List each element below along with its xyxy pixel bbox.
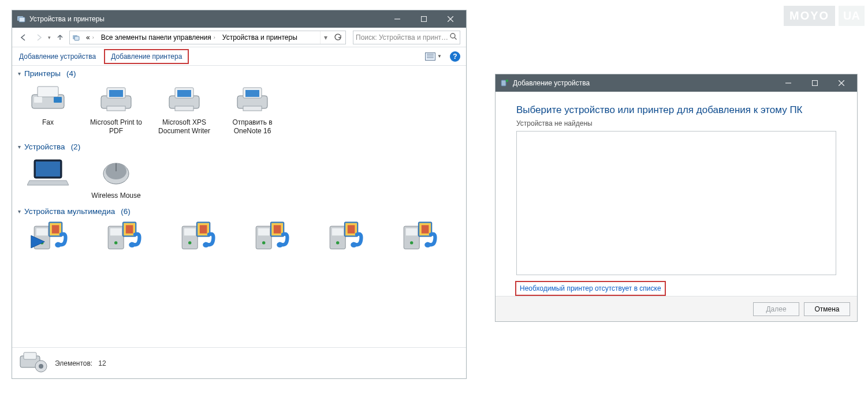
search-icon <box>449 32 457 42</box>
help-button[interactable]: ? <box>450 51 460 62</box>
svg-point-69 <box>424 242 431 247</box>
cancel-button[interactable]: Отмена <box>804 302 850 316</box>
printer-icon <box>163 81 205 117</box>
status-elements-value: 12 <box>98 359 106 367</box>
dialog-close-button[interactable] <box>828 74 855 92</box>
svg-point-54 <box>262 241 265 244</box>
group-count: (4) <box>66 69 76 78</box>
media-renderer-icon <box>30 219 72 255</box>
svg-rect-31 <box>36 162 60 177</box>
svg-point-57 <box>277 242 283 247</box>
device-item[interactable] <box>18 155 78 200</box>
devices-and-printers-window: Устройства и принтеры ▾ «› Все элементы … <box>12 10 467 379</box>
multimedia-grid <box>17 217 466 260</box>
minimize-button[interactable] <box>384 10 411 28</box>
svg-rect-65 <box>406 228 418 236</box>
group-header-devices[interactable]: ▾ Устройства (2) <box>17 139 466 152</box>
nav-up-button[interactable] <box>54 32 66 43</box>
multimedia-item[interactable] <box>388 219 453 256</box>
view-options-button[interactable]: ▼ <box>425 52 442 61</box>
svg-rect-20 <box>109 90 123 97</box>
watermark-ua: UA <box>839 6 865 26</box>
refresh-button[interactable] <box>330 33 345 42</box>
item-label: Wireless Mouse <box>91 192 140 200</box>
address-dropdown[interactable]: ▾ <box>320 31 330 44</box>
breadcrumb-ellipsis[interactable]: «› <box>83 31 98 44</box>
svg-point-66 <box>410 241 413 244</box>
group-title: Устройства мультимедиа <box>24 207 115 216</box>
devices-grid: Wireless Mouse <box>17 152 466 204</box>
svg-rect-35 <box>36 228 48 236</box>
svg-rect-24 <box>177 90 191 97</box>
printer-not-listed-row: Необходимый принтер отсутствует в списке <box>516 275 836 292</box>
add-printer-cmd[interactable]: Добавление принтера <box>105 50 188 63</box>
group-header-multimedia[interactable]: ▾ Устройства мультимедиа (6) <box>17 204 466 217</box>
svg-point-45 <box>129 242 135 247</box>
multimedia-item[interactable] <box>18 219 84 256</box>
status-bar: Элементов: 12 <box>12 347 466 378</box>
maximize-button[interactable] <box>411 10 437 28</box>
dialog-titlebar: Добавление устройства <box>496 74 857 92</box>
add-device-dialog: Добавление устройства Выберите устройств… <box>495 74 858 322</box>
svg-rect-74 <box>501 80 506 86</box>
svg-rect-15 <box>38 87 58 97</box>
multimedia-item[interactable] <box>166 219 232 256</box>
multimedia-item[interactable] <box>314 219 379 256</box>
media-renderer-icon <box>400 219 441 255</box>
item-label: Microsoft Print to PDF <box>86 118 146 136</box>
breadcrumb-seg-devices[interactable]: Устройства и принтеры <box>219 31 301 44</box>
printer-icon <box>232 81 273 117</box>
svg-point-42 <box>114 241 117 244</box>
status-device-thumb-icon <box>18 350 49 376</box>
chevron-down-icon: ▾ <box>18 144 21 150</box>
item-label: Microsoft XPS Document Writer <box>154 118 214 136</box>
content-pane: ▾ Принтеры (4) Fax Microsoft Print to PD… <box>12 66 466 347</box>
svg-rect-17 <box>34 97 42 103</box>
breadcrumb-seg-control-panel[interactable]: Все элементы панели управления› <box>98 31 219 44</box>
device-item[interactable]: Wireless Mouse <box>86 155 146 200</box>
printer-item[interactable]: Microsoft XPS Document Writer <box>154 81 214 136</box>
dialog-minimize-button[interactable] <box>775 74 802 92</box>
svg-rect-21 <box>107 106 125 111</box>
address-bar[interactable]: «› Все элементы панели управления› Устро… <box>69 31 346 44</box>
svg-rect-3 <box>422 17 427 22</box>
media-renderer-icon <box>104 219 146 255</box>
close-button[interactable] <box>437 10 464 28</box>
dialog-maximize-button[interactable] <box>802 74 828 92</box>
group-title: Принтеры <box>24 69 61 78</box>
group-header-printers[interactable]: ▾ Принтеры (4) <box>17 66 466 79</box>
printers-grid: Fax Microsoft Print to PDF Microsoft XPS… <box>17 79 466 139</box>
recent-locations-dropdown[interactable]: ▾ <box>48 35 51 40</box>
dialog-body: Выберите устройство или принтер для доба… <box>496 92 857 296</box>
svg-rect-28 <box>245 90 259 97</box>
mouse-icon <box>95 155 137 190</box>
svg-rect-47 <box>184 228 196 236</box>
printer-item[interactable]: Отправить в OneNote 16 <box>222 81 282 136</box>
nav-forward-button[interactable] <box>33 32 44 43</box>
device-listbox[interactable] <box>516 131 836 275</box>
svg-point-8 <box>450 33 455 38</box>
group-title: Устройства <box>24 142 65 151</box>
printer-not-listed-link[interactable]: Необходимый принтер отсутствует в списке <box>516 282 665 295</box>
svg-rect-7 <box>74 36 79 40</box>
device-small-icon <box>500 78 509 88</box>
printer-item[interactable]: Fax <box>18 81 78 136</box>
multimedia-item[interactable] <box>92 219 158 256</box>
group-count: (6) <box>121 207 131 216</box>
next-button[interactable]: Далее <box>753 302 799 316</box>
svg-rect-10 <box>426 52 435 60</box>
breadcrumb-seg1-label: Все элементы панели управления <box>101 33 211 42</box>
printer-item[interactable]: Microsoft Print to PDF <box>86 81 146 136</box>
multimedia-item[interactable] <box>240 219 306 256</box>
svg-point-63 <box>351 242 357 247</box>
titlebar: Устройства и принтеры <box>12 10 466 28</box>
devices-small-icon <box>70 33 83 42</box>
media-renderer-icon <box>326 219 367 255</box>
search-box[interactable]: Поиск: Устройства и принте... <box>353 31 460 44</box>
media-renderer-icon <box>178 219 219 255</box>
nav-toolbar: ▾ «› Все элементы панели управления› Уст… <box>12 28 466 47</box>
nav-back-button[interactable] <box>18 32 29 43</box>
add-device-cmd[interactable]: Добавление устройства <box>18 51 97 62</box>
media-renderer-icon <box>252 219 293 255</box>
svg-rect-77 <box>813 81 818 86</box>
